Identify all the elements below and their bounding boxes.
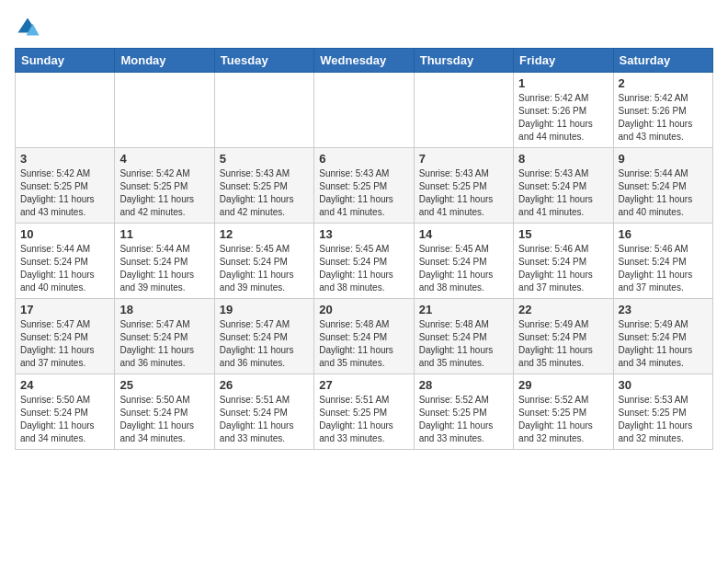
empty-cell bbox=[214, 73, 313, 148]
day-number: 14 bbox=[419, 227, 508, 241]
day-info: Sunrise: 5:51 AM Sunset: 5:25 PM Dayligh… bbox=[319, 394, 408, 445]
day-info: Sunrise: 5:44 AM Sunset: 5:24 PM Dayligh… bbox=[20, 243, 109, 294]
day-number: 11 bbox=[119, 227, 209, 241]
day-number: 28 bbox=[419, 378, 508, 392]
day-cell-28: 28 Sunrise: 5:52 AM Sunset: 5:25 PM Dayl… bbox=[414, 374, 513, 450]
day-cell-24: 24 Sunrise: 5:50 AM Sunset: 5:24 PM Dayl… bbox=[16, 374, 115, 450]
day-info: Sunrise: 5:47 AM Sunset: 5:24 PM Dayligh… bbox=[220, 318, 309, 370]
empty-cell bbox=[115, 73, 214, 148]
empty-cell bbox=[314, 73, 414, 148]
day-cell-6: 6 Sunrise: 5:43 AM Sunset: 5:25 PM Dayli… bbox=[314, 148, 414, 224]
day-number: 15 bbox=[518, 227, 608, 241]
day-cell-14: 14 Sunrise: 5:45 AM Sunset: 5:24 PM Dayl… bbox=[414, 224, 513, 299]
weekday-wednesday: Wednesday bbox=[314, 49, 414, 73]
day-number: 10 bbox=[20, 227, 109, 241]
day-number: 21 bbox=[419, 303, 508, 316]
day-cell-7: 7 Sunrise: 5:43 AM Sunset: 5:25 PM Dayli… bbox=[414, 148, 513, 224]
day-cell-10: 10 Sunrise: 5:44 AM Sunset: 5:24 PM Dayl… bbox=[16, 224, 115, 299]
day-cell-29: 29 Sunrise: 5:52 AM Sunset: 5:25 PM Dayl… bbox=[514, 374, 613, 450]
day-number: 6 bbox=[319, 152, 408, 166]
weekday-thursday: Thursday bbox=[414, 49, 513, 73]
week-row-1: 1 Sunrise: 5:42 AM Sunset: 5:26 PM Dayli… bbox=[16, 73, 713, 148]
day-info: Sunrise: 5:45 AM Sunset: 5:24 PM Dayligh… bbox=[220, 243, 309, 294]
day-number: 20 bbox=[319, 303, 408, 316]
day-info: Sunrise: 5:53 AM Sunset: 5:25 PM Dayligh… bbox=[619, 394, 708, 445]
day-cell-12: 12 Sunrise: 5:45 AM Sunset: 5:24 PM Dayl… bbox=[214, 224, 313, 299]
day-cell-11: 11 Sunrise: 5:44 AM Sunset: 5:24 PM Dayl… bbox=[115, 224, 214, 299]
empty-cell bbox=[414, 73, 513, 148]
day-cell-3: 3 Sunrise: 5:42 AM Sunset: 5:25 PM Dayli… bbox=[16, 148, 115, 224]
day-cell-4: 4 Sunrise: 5:42 AM Sunset: 5:25 PM Dayli… bbox=[115, 148, 214, 224]
day-number: 17 bbox=[20, 303, 109, 316]
day-number: 22 bbox=[518, 303, 608, 316]
calendar-table: SundayMondayTuesdayWednesdayThursdayFrid… bbox=[15, 48, 713, 450]
week-row-5: 24 Sunrise: 5:50 AM Sunset: 5:24 PM Dayl… bbox=[16, 374, 713, 450]
day-info: Sunrise: 5:48 AM Sunset: 5:24 PM Dayligh… bbox=[419, 318, 508, 370]
logo-icon bbox=[15, 15, 40, 40]
empty-cell bbox=[16, 73, 115, 148]
weekday-header-row: SundayMondayTuesdayWednesdayThursdayFrid… bbox=[16, 49, 713, 73]
weekday-monday: Monday bbox=[115, 49, 214, 73]
day-info: Sunrise: 5:47 AM Sunset: 5:24 PM Dayligh… bbox=[119, 318, 209, 370]
day-cell-9: 9 Sunrise: 5:44 AM Sunset: 5:24 PM Dayli… bbox=[613, 148, 712, 224]
day-info: Sunrise: 5:46 AM Sunset: 5:24 PM Dayligh… bbox=[619, 243, 708, 294]
weekday-tuesday: Tuesday bbox=[214, 49, 313, 73]
day-cell-25: 25 Sunrise: 5:50 AM Sunset: 5:24 PM Dayl… bbox=[115, 374, 214, 450]
day-number: 2 bbox=[619, 76, 708, 90]
day-info: Sunrise: 5:44 AM Sunset: 5:24 PM Dayligh… bbox=[119, 243, 209, 294]
day-number: 30 bbox=[619, 378, 708, 392]
weekday-sunday: Sunday bbox=[16, 49, 115, 73]
day-info: Sunrise: 5:50 AM Sunset: 5:24 PM Dayligh… bbox=[119, 394, 209, 445]
day-cell-16: 16 Sunrise: 5:46 AM Sunset: 5:24 PM Dayl… bbox=[613, 224, 712, 299]
day-cell-18: 18 Sunrise: 5:47 AM Sunset: 5:24 PM Dayl… bbox=[115, 299, 214, 374]
day-number: 1 bbox=[518, 76, 608, 90]
day-cell-15: 15 Sunrise: 5:46 AM Sunset: 5:24 PM Dayl… bbox=[514, 224, 613, 299]
day-info: Sunrise: 5:42 AM Sunset: 5:26 PM Dayligh… bbox=[619, 92, 708, 144]
day-info: Sunrise: 5:50 AM Sunset: 5:24 PM Dayligh… bbox=[20, 394, 109, 445]
day-cell-21: 21 Sunrise: 5:48 AM Sunset: 5:24 PM Dayl… bbox=[414, 299, 513, 374]
day-cell-20: 20 Sunrise: 5:48 AM Sunset: 5:24 PM Dayl… bbox=[314, 299, 414, 374]
logo bbox=[15, 15, 44, 40]
day-number: 3 bbox=[20, 152, 109, 166]
week-row-4: 17 Sunrise: 5:47 AM Sunset: 5:24 PM Dayl… bbox=[16, 299, 713, 374]
day-cell-8: 8 Sunrise: 5:43 AM Sunset: 5:24 PM Dayli… bbox=[514, 148, 613, 224]
day-info: Sunrise: 5:47 AM Sunset: 5:24 PM Dayligh… bbox=[20, 318, 109, 370]
day-number: 16 bbox=[619, 227, 708, 241]
day-number: 18 bbox=[119, 303, 209, 316]
day-cell-5: 5 Sunrise: 5:43 AM Sunset: 5:25 PM Dayli… bbox=[214, 148, 313, 224]
day-info: Sunrise: 5:44 AM Sunset: 5:24 PM Dayligh… bbox=[619, 167, 708, 219]
day-number: 25 bbox=[119, 378, 209, 392]
day-info: Sunrise: 5:43 AM Sunset: 5:25 PM Dayligh… bbox=[419, 167, 508, 219]
day-info: Sunrise: 5:43 AM Sunset: 5:24 PM Dayligh… bbox=[518, 167, 608, 219]
weekday-saturday: Saturday bbox=[613, 49, 712, 73]
day-info: Sunrise: 5:42 AM Sunset: 5:26 PM Dayligh… bbox=[518, 92, 608, 144]
day-info: Sunrise: 5:45 AM Sunset: 5:24 PM Dayligh… bbox=[319, 243, 408, 294]
day-info: Sunrise: 5:52 AM Sunset: 5:25 PM Dayligh… bbox=[518, 394, 608, 445]
day-cell-30: 30 Sunrise: 5:53 AM Sunset: 5:25 PM Dayl… bbox=[613, 374, 712, 450]
day-number: 24 bbox=[20, 378, 109, 392]
day-info: Sunrise: 5:52 AM Sunset: 5:25 PM Dayligh… bbox=[419, 394, 508, 445]
day-number: 23 bbox=[619, 303, 708, 316]
day-number: 4 bbox=[119, 152, 209, 166]
day-info: Sunrise: 5:51 AM Sunset: 5:24 PM Dayligh… bbox=[220, 394, 309, 445]
day-number: 7 bbox=[419, 152, 508, 166]
day-cell-26: 26 Sunrise: 5:51 AM Sunset: 5:24 PM Dayl… bbox=[214, 374, 313, 450]
day-number: 12 bbox=[220, 227, 309, 241]
day-info: Sunrise: 5:45 AM Sunset: 5:24 PM Dayligh… bbox=[419, 243, 508, 294]
day-info: Sunrise: 5:43 AM Sunset: 5:25 PM Dayligh… bbox=[319, 167, 408, 219]
day-cell-2: 2 Sunrise: 5:42 AM Sunset: 5:26 PM Dayli… bbox=[613, 73, 712, 148]
day-cell-13: 13 Sunrise: 5:45 AM Sunset: 5:24 PM Dayl… bbox=[314, 224, 414, 299]
day-info: Sunrise: 5:46 AM Sunset: 5:24 PM Dayligh… bbox=[518, 243, 608, 294]
day-info: Sunrise: 5:48 AM Sunset: 5:24 PM Dayligh… bbox=[319, 318, 408, 370]
day-number: 9 bbox=[619, 152, 708, 166]
day-info: Sunrise: 5:49 AM Sunset: 5:24 PM Dayligh… bbox=[518, 318, 608, 370]
day-number: 27 bbox=[319, 378, 408, 392]
day-cell-22: 22 Sunrise: 5:49 AM Sunset: 5:24 PM Dayl… bbox=[514, 299, 613, 374]
day-cell-19: 19 Sunrise: 5:47 AM Sunset: 5:24 PM Dayl… bbox=[214, 299, 313, 374]
day-cell-1: 1 Sunrise: 5:42 AM Sunset: 5:26 PM Dayli… bbox=[514, 73, 613, 148]
day-info: Sunrise: 5:42 AM Sunset: 5:25 PM Dayligh… bbox=[119, 167, 209, 219]
day-cell-23: 23 Sunrise: 5:49 AM Sunset: 5:24 PM Dayl… bbox=[613, 299, 712, 374]
page-header bbox=[15, 15, 713, 40]
day-number: 13 bbox=[319, 227, 408, 241]
day-number: 29 bbox=[518, 378, 608, 392]
